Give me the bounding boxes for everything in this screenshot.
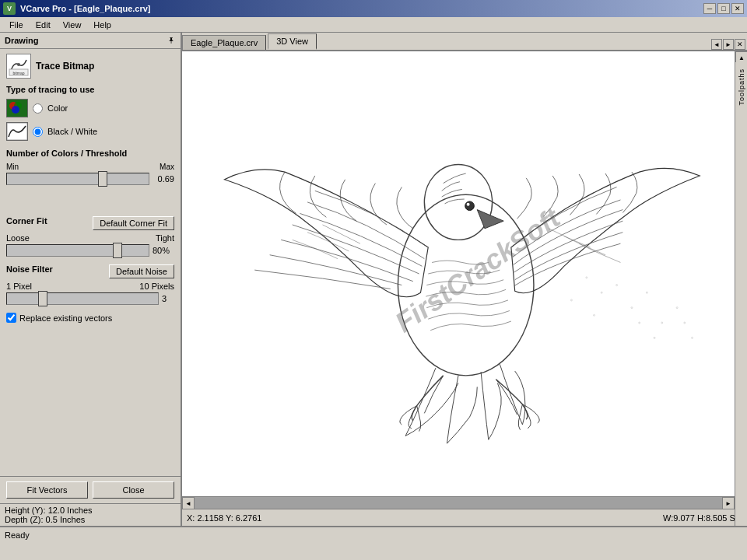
trace-bitmap-icon: bitmap — [6, 54, 31, 79]
panel-content: bitmap Trace Bitmap Type of tracing to u… — [0, 49, 181, 476]
scroll-track-h[interactable] — [195, 497, 722, 509]
noise-value: 3 — [162, 294, 174, 303]
tab-nav: ◄ ► ✕ — [711, 39, 747, 50]
default-corner-fit-button[interactable]: Default Corner Fit — [93, 216, 174, 230]
corner-fit-header: Corner Fit Default Corner Fit — [6, 216, 174, 230]
menu-bar: File Edit View Help — [0, 17, 747, 33]
scroll-right-button[interactable]: ► — [722, 497, 735, 509]
loose-label: Loose — [6, 233, 30, 243]
color-radio[interactable] — [33, 103, 43, 114]
svg-point-13 — [467, 203, 470, 206]
replace-label[interactable]: Replace existing vectors — [19, 313, 112, 323]
depth-info: Depth (Z): 0.5 Inches — [5, 515, 176, 524]
title-bar-text: VCarve Pro - [Eagle_Plaque.crv] — [20, 4, 699, 13]
title-bar-buttons: ─ □ ✕ — [703, 3, 744, 14]
height-info: Height (Y): 12.0 Inches — [5, 506, 176, 515]
bw-icon — [6, 122, 28, 141]
coords-bar: X: 2.1158 Y: 6.2761 W:9.077 H:8.505 S:1 — [182, 509, 747, 526]
menu-help[interactable]: Help — [87, 19, 117, 31]
left-panel: Drawing 🖈 bitmap Trace Bitmap Type — [0, 33, 182, 526]
coordinates: X: 2.1158 Y: 6.2761 — [187, 513, 261, 523]
noise-filter-slider[interactable] — [6, 292, 159, 305]
menu-view[interactable]: View — [57, 19, 88, 31]
panel-title: Drawing — [5, 36, 38, 45]
trace-bitmap-title: Trace Bitmap — [36, 61, 94, 72]
right-toolbar: Toolpaths — [735, 62, 747, 526]
scrollbar-horizontal[interactable]: ◄ ► — [182, 496, 735, 509]
color-label[interactable]: Color — [47, 103, 68, 113]
maximize-button[interactable]: □ — [717, 3, 730, 14]
corner-fit-slider[interactable] — [6, 244, 149, 257]
canvas-area: FirstCrackSoft ▲ ▼ ◄ ► — [182, 51, 747, 509]
type-label: Type of tracing to use — [6, 85, 174, 94]
bw-label[interactable]: Black / White — [47, 127, 97, 136]
status-bar: Ready — [0, 526, 747, 543]
menu-file[interactable]: File — [3, 19, 30, 31]
tight-loose-row: Loose Tight — [6, 233, 174, 243]
title-bar: V VCarve Pro - [Eagle_Plaque.crv] ─ □ ✕ — [0, 0, 747, 17]
noise-filter-label: Noise Filter — [6, 264, 53, 274]
close-button[interactable]: ✕ — [731, 3, 744, 14]
dimensions: W:9.077 H:8.505 S:1 — [663, 513, 742, 523]
fit-vectors-button[interactable]: Fit Vectors — [6, 481, 88, 499]
threshold-slider[interactable] — [6, 173, 149, 185]
app-icon: V — [3, 2, 16, 15]
eagle-image — [182, 51, 735, 496]
right-area: Eagle_Plaque.crv 3D View ◄ ► ✕ — [182, 33, 747, 526]
pixel-label-row: 1 Pixel 10 Pixels — [6, 282, 174, 291]
tab-close-button[interactable]: ✕ — [735, 39, 745, 50]
bw-option-row: Black / White — [6, 122, 174, 141]
close-panel-button[interactable]: Close — [93, 481, 174, 499]
svg-point-7 — [12, 106, 19, 114]
minimize-button[interactable]: ─ — [703, 3, 716, 14]
eagle-canvas: FirstCrackSoft — [182, 51, 735, 496]
panel-header: Drawing 🖈 — [0, 33, 181, 49]
ready-label: Ready — [5, 530, 30, 540]
threshold-value: 0.69 — [153, 174, 174, 184]
noise-filter-header: Noise Filter Default Noise — [6, 264, 174, 278]
action-buttons: Fit Vectors Close — [0, 476, 181, 503]
tight-label: Tight — [156, 233, 174, 243]
toolpaths-label[interactable]: Toolpaths — [738, 65, 745, 109]
color-option-row: Color — [6, 99, 174, 117]
noise-filter-section: Noise Filter Default Noise 1 Pixel 10 Pi… — [6, 264, 174, 305]
max-label: Max — [160, 163, 174, 171]
corner-fit-label: Corner Fit — [6, 216, 47, 226]
tab-3d-view[interactable]: 3D View — [268, 33, 317, 50]
svg-rect-9 — [209, 51, 707, 496]
threshold-section: Number of Colors / Threshold Min Max 0.6… — [6, 149, 174, 185]
min-label: Min — [6, 163, 19, 171]
bottom-info: Height (Y): 12.0 Inches Depth (Z): 0.5 I… — [0, 503, 181, 526]
color-icon — [6, 99, 28, 117]
svg-rect-8 — [7, 123, 27, 140]
corner-fit-value: 80% — [153, 246, 174, 255]
tab-prev-button[interactable]: ◄ — [711, 39, 722, 50]
tab-next-button[interactable]: ► — [723, 39, 734, 50]
svg-point-12 — [465, 201, 475, 211]
threshold-label: Number of Colors / Threshold — [6, 149, 174, 158]
panel-pin[interactable]: 🖈 — [167, 36, 176, 45]
tab-eagle-plaque[interactable]: Eagle_Plaque.crv — [182, 35, 266, 50]
tab-bar: Eagle_Plaque.crv 3D View ◄ ► ✕ — [182, 33, 747, 51]
replace-vectors-row: Replace existing vectors — [6, 313, 174, 323]
trace-bitmap-header: bitmap Trace Bitmap — [6, 54, 174, 79]
range-labels: Min Max — [6, 163, 174, 171]
svg-point-1 — [17, 63, 20, 66]
ten-pixel-label: 10 Pixels — [139, 282, 174, 291]
corner-fit-section: Corner Fit Default Corner Fit Loose Tigh… — [6, 216, 174, 257]
svg-text:bitmap: bitmap — [12, 71, 24, 75]
bw-radio[interactable] — [33, 127, 43, 137]
default-noise-button[interactable]: Default Noise — [109, 264, 174, 278]
menu-edit[interactable]: Edit — [30, 19, 57, 31]
scroll-left-button[interactable]: ◄ — [182, 497, 195, 509]
one-pixel-label: 1 Pixel — [6, 282, 32, 291]
replace-checkbox[interactable] — [6, 313, 16, 323]
